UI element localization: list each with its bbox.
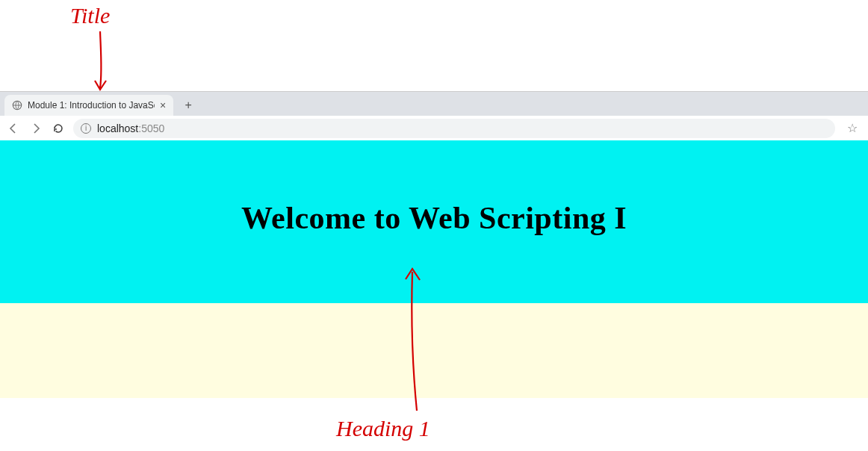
address-bar[interactable]: i localhost:5050 <box>73 119 835 138</box>
annotation-heading-label: Heading 1 <box>336 416 430 441</box>
forward-button[interactable] <box>28 121 43 136</box>
browser-chrome: Module 1: Introduction to JavaSc × + i l… <box>0 91 868 141</box>
page-viewport: Welcome to Web Scripting I <box>0 140 868 451</box>
new-tab-button[interactable]: + <box>178 95 199 116</box>
annotation-heading-arrow <box>396 261 433 418</box>
browser-tab[interactable]: Module 1: Introduction to JavaSc × <box>4 95 173 116</box>
annotation-title-arrow <box>90 30 112 97</box>
close-tab-icon[interactable]: × <box>160 99 166 111</box>
page-body: Welcome to Web Scripting I <box>0 140 868 398</box>
reload-button[interactable] <box>51 121 66 136</box>
back-button[interactable] <box>6 121 21 136</box>
url-host: localhost <box>97 122 138 134</box>
tab-strip: Module 1: Introduction to JavaSc × + <box>0 92 868 116</box>
globe-icon <box>12 100 22 111</box>
page-heading-1: Welcome to Web Scripting I <box>0 140 868 303</box>
url-text: localhost:5050 <box>97 122 828 134</box>
bookmark-star-icon[interactable]: ☆ <box>843 121 862 135</box>
url-port: :5050 <box>138 122 164 134</box>
tab-title: Module 1: Introduction to JavaSc <box>28 100 155 111</box>
annotation-title-label: Title <box>70 3 110 28</box>
browser-toolbar: i localhost:5050 ☆ <box>0 116 868 141</box>
site-info-icon[interactable]: i <box>81 123 91 134</box>
